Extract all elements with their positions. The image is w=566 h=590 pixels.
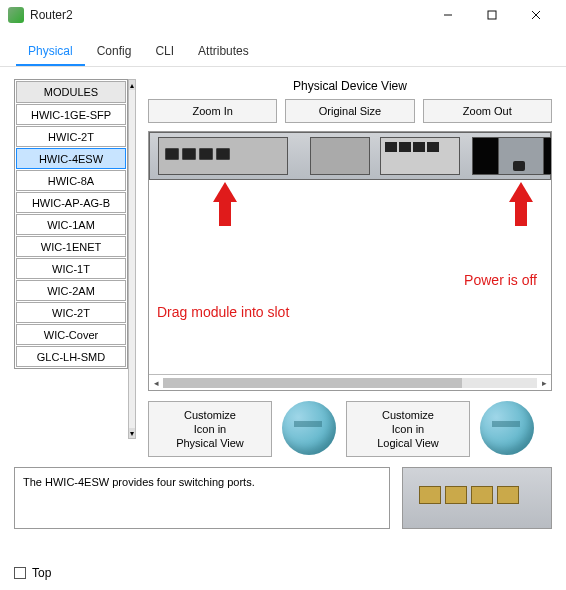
customize-line3: Physical View [176, 436, 244, 450]
device-view-column: Physical Device View Zoom In Original Si… [148, 79, 552, 457]
modules-scrollbar[interactable]: ▴ ▾ [128, 79, 136, 439]
scroll-up-icon[interactable]: ▴ [129, 80, 135, 90]
customize-line3: Logical View [377, 436, 439, 450]
ethernet-port-icon [413, 142, 425, 152]
module-slot[interactable] [310, 137, 370, 175]
window-titlebar: Router2 [0, 0, 566, 30]
customize-line2: Icon in [392, 422, 424, 436]
zoom-in-button[interactable]: Zoom In [148, 99, 277, 123]
module-item[interactable]: HWIC-8A [16, 170, 126, 191]
window-title: Router2 [30, 8, 73, 22]
ethernet-port-icon [427, 142, 439, 152]
module-slot[interactable] [380, 137, 460, 175]
tab-physical[interactable]: Physical [16, 38, 85, 66]
original-size-button[interactable]: Original Size [285, 99, 414, 123]
scroll-right-icon[interactable]: ▸ [537, 376, 551, 390]
ethernet-port-icon [385, 142, 397, 152]
top-label: Top [32, 566, 51, 580]
ethernet-port-icon [199, 148, 213, 160]
app-icon [8, 7, 24, 23]
ethernet-port-icon [419, 486, 441, 504]
annotation-drag-module: Drag module into slot [157, 304, 289, 320]
module-item[interactable]: WIC-2T [16, 302, 126, 323]
ethernet-port-icon [182, 148, 196, 160]
ethernet-port-icon [399, 142, 411, 152]
annotation-arrow-icon [207, 182, 243, 226]
bottom-row: The HWIC-4ESW provides four switching po… [0, 457, 566, 529]
annotation-arrow-icon [503, 182, 539, 226]
module-thumbnail[interactable] [402, 467, 552, 529]
module-item-selected[interactable]: HWIC-4ESW [16, 148, 126, 169]
scroll-down-icon[interactable]: ▾ [129, 428, 135, 438]
ethernet-port-icon [216, 148, 230, 160]
svg-rect-1 [488, 11, 496, 19]
module-item[interactable]: GLC-LH-SMD [16, 346, 126, 367]
customize-row: Customize Icon in Physical View Customiz… [148, 401, 552, 457]
ethernet-port-icon [165, 148, 179, 160]
router-icon [282, 401, 336, 455]
ethernet-port-icon [445, 486, 467, 504]
close-button[interactable] [514, 1, 558, 29]
power-switch-icon[interactable] [513, 161, 525, 171]
hscroll-track[interactable] [163, 378, 537, 388]
annotation-power-off: Power is off [464, 272, 537, 288]
zoom-out-button[interactable]: Zoom Out [423, 99, 552, 123]
maximize-button[interactable] [470, 1, 514, 29]
module-item[interactable]: WIC-1T [16, 258, 126, 279]
module-item[interactable]: WIC-Cover [16, 324, 126, 345]
ethernet-port-icon [471, 486, 493, 504]
customize-line2: Icon in [194, 422, 226, 436]
zoom-controls: Zoom In Original Size Zoom Out [148, 99, 552, 123]
tab-attributes[interactable]: Attributes [186, 38, 261, 66]
device-view-title: Physical Device View [148, 79, 552, 99]
customize-physical-button[interactable]: Customize Icon in Physical View [148, 401, 272, 457]
module-description: The HWIC-4ESW provides four switching po… [14, 467, 390, 529]
ethernet-port-icon [497, 486, 519, 504]
module-item[interactable]: HWIC-AP-AG-B [16, 192, 126, 213]
module-item[interactable]: WIC-1AM [16, 214, 126, 235]
tab-cli[interactable]: CLI [143, 38, 186, 66]
customize-line1: Customize [184, 408, 236, 422]
hscroll-thumb[interactable] [163, 378, 462, 388]
module-slot[interactable] [158, 137, 288, 175]
modules-header: MODULES [16, 81, 126, 103]
router-chassis[interactable] [149, 132, 551, 180]
device-frame[interactable]: Power is off Drag module into slot ◂ ▸ [148, 131, 552, 391]
tab-config[interactable]: Config [85, 38, 144, 66]
scroll-left-icon[interactable]: ◂ [149, 376, 163, 390]
module-item[interactable]: HWIC-2T [16, 126, 126, 147]
minimize-button[interactable] [426, 1, 470, 29]
power-supply[interactable] [498, 137, 544, 175]
router-icon [480, 401, 534, 455]
customize-line1: Customize [382, 408, 434, 422]
modules-column: MODULES HWIC-1GE-SFP HWIC-2T HWIC-4ESW H… [14, 79, 138, 457]
scroll-track[interactable] [129, 90, 135, 428]
modules-panel: MODULES HWIC-1GE-SFP HWIC-2T HWIC-4ESW H… [14, 79, 128, 369]
window-controls [426, 1, 558, 29]
module-item[interactable]: WIC-2AM [16, 280, 126, 301]
customize-logical-button[interactable]: Customize Icon in Logical View [346, 401, 470, 457]
footer: Top [14, 566, 51, 580]
module-item[interactable]: HWIC-1GE-SFP [16, 104, 126, 125]
module-item[interactable]: WIC-1ENET [16, 236, 126, 257]
tab-bar: Physical Config CLI Attributes [0, 30, 566, 67]
device-hscrollbar[interactable]: ◂ ▸ [149, 374, 551, 390]
top-checkbox[interactable] [14, 567, 26, 579]
